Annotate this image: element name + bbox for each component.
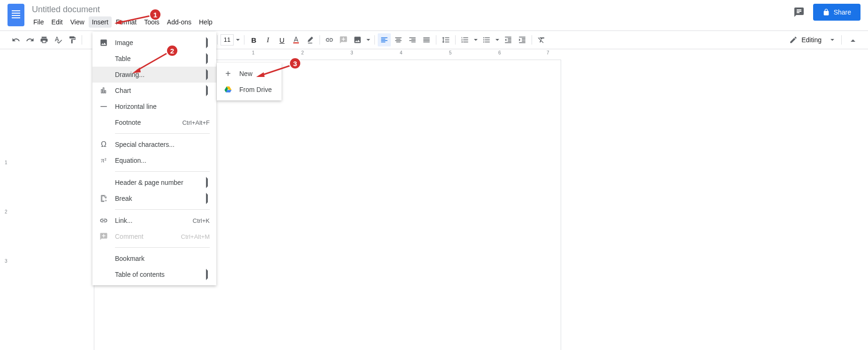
- header-icon: [99, 178, 108, 187]
- page-break-icon: [99, 194, 108, 203]
- menu-item-footnote[interactable]: Footnote Ctrl+Alt+F: [92, 114, 216, 130]
- font-size-input[interactable]: 11: [221, 34, 234, 46]
- font-size-dropdown[interactable]: [235, 33, 241, 46]
- separator: [82, 35, 82, 45]
- svg-rect-1: [100, 106, 107, 107]
- menu-insert[interactable]: Insert: [89, 16, 112, 28]
- toc-icon: [99, 270, 108, 279]
- highlight-color-button[interactable]: [304, 33, 317, 46]
- increase-indent-button[interactable]: [516, 33, 529, 46]
- submenu-item-from-drive[interactable]: From Drive: [217, 82, 282, 98]
- svg-line-6: [119, 16, 150, 23]
- menu-item-chart[interactable]: Chart: [92, 83, 216, 99]
- menu-label: Horizontal line: [115, 103, 157, 110]
- separator: [320, 35, 320, 45]
- menu-label: Chart: [115, 87, 131, 94]
- ruler-num: 1: [252, 50, 255, 55]
- add-comment-button[interactable]: [337, 33, 350, 46]
- print-button[interactable]: [38, 33, 51, 46]
- ruler-num: 4: [400, 50, 403, 55]
- menu-item-bookmark[interactable]: Bookmark: [92, 251, 216, 266]
- menu-label: From Drive: [239, 86, 272, 93]
- comment-icon: [793, 7, 805, 18]
- drive-icon: [223, 85, 233, 94]
- spellcheck-button[interactable]: [52, 33, 65, 46]
- menu-item-table-of-contents[interactable]: Table of contents: [92, 266, 216, 282]
- bookmark-icon: [99, 254, 108, 263]
- add-comment-icon: [99, 232, 108, 241]
- submenu-arrow-icon: [206, 195, 210, 202]
- menu-help[interactable]: Help: [196, 16, 216, 28]
- submenu-arrow-icon: [206, 39, 210, 46]
- menu-item-link[interactable]: Link... Ctrl+K: [92, 213, 216, 228]
- annotation-callout-2: 2: [166, 45, 178, 57]
- menu-view[interactable]: View: [67, 16, 88, 28]
- menu-item-break[interactable]: Break: [92, 190, 216, 206]
- bulleted-list-button[interactable]: [480, 33, 493, 46]
- ruler-num: 6: [498, 50, 501, 55]
- menu-addons[interactable]: Add-ons: [164, 16, 195, 28]
- paint-format-button[interactable]: [66, 33, 79, 46]
- pi-icon: π²: [99, 156, 108, 165]
- decrease-indent-button[interactable]: [502, 33, 515, 46]
- annotation-arrow-2: [131, 52, 169, 77]
- menu-label: Header & page number: [115, 179, 183, 186]
- svg-line-10: [262, 66, 290, 75]
- redo-button[interactable]: [23, 33, 37, 46]
- toolbar-right: Editing: [785, 33, 859, 46]
- text-color-button[interactable]: [289, 33, 303, 46]
- insert-link-button[interactable]: [323, 33, 336, 46]
- ruler-num: 3: [5, 259, 8, 264]
- svg-marker-7: [114, 20, 122, 24]
- open-comments-button[interactable]: [792, 6, 806, 19]
- horizontal-line-icon: [99, 102, 108, 111]
- clear-formatting-button[interactable]: [535, 33, 548, 46]
- align-center-button[interactable]: [392, 33, 405, 46]
- bold-button[interactable]: B: [247, 33, 260, 46]
- menu-label: Image: [115, 39, 133, 46]
- undo-button[interactable]: [9, 33, 23, 46]
- editing-mode-dropdown[interactable]: [829, 33, 836, 46]
- annotation-arrow-1: [114, 14, 152, 26]
- editing-mode-button[interactable]: Editing: [785, 34, 825, 46]
- numbered-list-dropdown[interactable]: [472, 33, 479, 46]
- image-dropdown[interactable]: [365, 33, 372, 46]
- editing-mode-label: Editing: [801, 36, 822, 44]
- hide-menus-button[interactable]: [847, 34, 859, 46]
- shortcut: Ctrl+Alt+F: [182, 119, 210, 126]
- share-button[interactable]: Share: [813, 4, 860, 21]
- image-icon: [99, 38, 108, 47]
- submenu-arrow-icon: [206, 71, 210, 78]
- menu-item-header-page-number[interactable]: Header & page number: [92, 175, 216, 190]
- align-justify-button[interactable]: [420, 33, 433, 46]
- ruler-num: 2: [5, 209, 8, 214]
- menu-label: Bookmark: [115, 255, 145, 262]
- separator: [455, 35, 456, 45]
- menu-item-image[interactable]: Image: [92, 35, 216, 51]
- insert-image-button[interactable]: [351, 33, 364, 46]
- ruler-num: 7: [547, 50, 549, 55]
- link-icon: [99, 216, 108, 225]
- line-spacing-button[interactable]: [439, 33, 452, 46]
- menu-edit[interactable]: Edit: [48, 16, 66, 28]
- underline-button[interactable]: U: [275, 33, 289, 46]
- menu-label: Comment: [115, 233, 144, 240]
- menu-file[interactable]: File: [30, 16, 47, 28]
- submenu-arrow-icon: [206, 179, 210, 186]
- align-left-button[interactable]: [378, 33, 391, 46]
- separator: [532, 35, 532, 45]
- menu-separator: [115, 247, 210, 248]
- shortcut: Ctrl+K: [193, 217, 210, 224]
- footnote-icon: [99, 118, 108, 127]
- vertical-ruler[interactable]: 1 2 3: [0, 57, 13, 350]
- annotation-callout-3: 3: [289, 57, 301, 69]
- italic-button[interactable]: I: [261, 33, 274, 46]
- docs-logo-icon[interactable]: [8, 4, 24, 26]
- menu-item-equation[interactable]: π² Equation...: [92, 152, 216, 168]
- numbered-list-button[interactable]: [458, 33, 472, 46]
- menu-label: Special characters...: [115, 141, 175, 148]
- menu-item-special-characters[interactable]: Ω Special characters...: [92, 137, 216, 152]
- bulleted-list-dropdown[interactable]: [494, 33, 501, 46]
- menu-item-horizontal-line[interactable]: Horizontal line: [92, 99, 216, 114]
- align-right-button[interactable]: [406, 33, 419, 46]
